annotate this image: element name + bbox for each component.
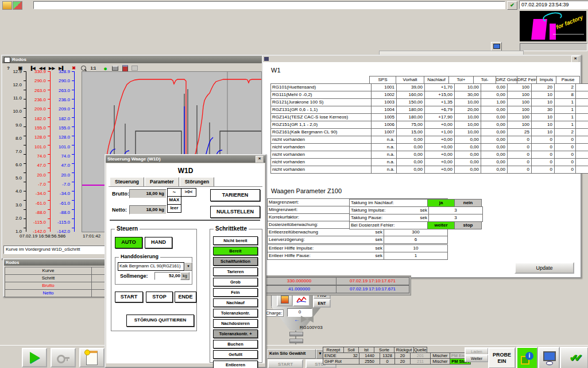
material-impuls: 1 bbox=[554, 98, 576, 106]
axis-tick-label: 4.0 bbox=[6, 189, 22, 194]
material-vorhalt: 15,00 bbox=[396, 128, 425, 136]
tarieren-button[interactable]: TARIEREN bbox=[210, 189, 260, 201]
w1-heading: W1 bbox=[271, 67, 281, 74]
material-pause: 0 bbox=[575, 136, 588, 144]
taktung-ja-button[interactable]: ja bbox=[427, 199, 455, 207]
axis-tick-label: 328.9 bbox=[52, 69, 70, 74]
materials-column-header: DRZ Fein bbox=[517, 76, 537, 84]
confirm-check-icon[interactable]: ✔ bbox=[507, 1, 517, 10]
axis-tick-label: 155.0 bbox=[52, 125, 70, 131]
schrittkette-step[interactable]: Fein bbox=[213, 288, 258, 297]
material-row[interactable]: RG121(Jurakrone 100 S) 1003 150,00 +1,35… bbox=[271, 98, 588, 106]
w1-titlebar[interactable]: × bbox=[263, 56, 581, 62]
materials-column-header: SPS bbox=[369, 76, 396, 84]
rezept-rueckgut: 211 bbox=[410, 358, 431, 365]
material-impuls: 8 bbox=[554, 91, 576, 99]
schrittkette-step[interactable]: Tarieren bbox=[213, 267, 258, 276]
material-row[interactable]: nicht vorhanden n.a. 0,00 +0,00 0,00 0,0… bbox=[271, 143, 588, 151]
axis-tick-label: -61.0 bbox=[52, 201, 70, 206]
monitor-mini-icon[interactable] bbox=[491, 42, 502, 51]
sollmenge-value[interactable]: 52,00 bbox=[154, 272, 182, 280]
material-row[interactable]: RG101(Huettensand) 1001 39,00 +1,70 10,0… bbox=[271, 83, 588, 91]
material-nachlauf: +6,79 bbox=[424, 106, 455, 114]
material-row[interactable]: nicht vorhanden n.a. 0,00 +0,00 0,00 0,0… bbox=[271, 166, 588, 174]
material-row[interactable]: nicht vorhanden n.a. 0,00 +0,00 0,00 0,0… bbox=[271, 158, 588, 166]
fehler-stop-button[interactable]: stop bbox=[454, 221, 482, 229]
param-label-cell: Leerverzögerung: sek bbox=[267, 236, 384, 244]
w1d-tab[interactable]: Parameter bbox=[145, 177, 179, 187]
axis-blue-line bbox=[72, 71, 75, 232]
schrittkette-step[interactable]: Toleranzkontr. bbox=[213, 309, 258, 317]
app-icon[interactable] bbox=[2, 1, 12, 10]
start-button[interactable]: START bbox=[115, 292, 143, 302]
taktung-impulse-value[interactable]: 3 bbox=[428, 206, 483, 214]
material-dropdown[interactable]: Kalk Bergmann CL 90(RGZ161) ▼ bbox=[118, 262, 192, 271]
material-row[interactable]: nicht vorhanden n.a. 0,00 +0,00 0,00 0,0… bbox=[271, 136, 588, 144]
schrittkette-step[interactable]: Nicht bereit bbox=[213, 236, 258, 245]
key-button[interactable] bbox=[51, 348, 76, 367]
material-row[interactable]: RGZ131(GR 0,6 - 1,1) 1004 180,00 +6,79 2… bbox=[271, 106, 588, 114]
taktung-pause-value[interactable]: 3 bbox=[428, 214, 483, 222]
material-row[interactable]: RGZ141(TESZ CAC-S lose Kerneos) 1005 180… bbox=[271, 113, 588, 121]
nullstellen-button[interactable]: NULLSTELLEN bbox=[210, 206, 260, 218]
w1d-tab[interactable]: Steuerung bbox=[110, 177, 144, 187]
w1d-titlebar[interactable]: Steuerung Waage (W1D) × bbox=[106, 155, 265, 163]
schrittkette-step[interactable]: Toleranzkontr. + bbox=[213, 329, 258, 338]
rezept-row[interactable]: GHP Rot 2550 0 20 211 Mischer PM Start bbox=[323, 359, 471, 365]
material-sps: 1005 bbox=[371, 113, 397, 121]
w1-close-button[interactable]: × bbox=[571, 56, 579, 63]
schrittkette-step[interactable]: Nachdosieren bbox=[213, 319, 258, 328]
schrittkette-step[interactable]: Gefullt bbox=[213, 350, 258, 359]
silo-start-button[interactable]: START bbox=[268, 359, 303, 368]
current-value: 330.000000 bbox=[262, 277, 336, 285]
material-nachlauf: +0,00 bbox=[424, 136, 455, 144]
journal-button[interactable] bbox=[79, 348, 105, 367]
ent-button[interactable]: ENT bbox=[313, 299, 331, 308]
axis-tick-label: -61.0 bbox=[28, 201, 46, 206]
info-button[interactable]: i bbox=[516, 347, 538, 368]
probe-ein-button[interactable]: PROBE EIN bbox=[488, 347, 516, 368]
param-value[interactable]: 6 bbox=[384, 236, 448, 244]
schrittkette-step[interactable]: Schaltfunktion bbox=[213, 257, 258, 266]
w1d-close-button[interactable]: × bbox=[256, 156, 264, 163]
w1d-tab[interactable]: Störungen bbox=[180, 177, 215, 187]
schrittkette-step[interactable]: Grob bbox=[213, 278, 258, 286]
max-button[interactable]: MAX bbox=[167, 196, 181, 205]
run-button[interactable] bbox=[22, 348, 47, 367]
material-row[interactable]: nicht vorhanden n.a. 0,00 +0,00 0,00 0,0… bbox=[271, 151, 588, 159]
hand-button[interactable]: HAND bbox=[145, 237, 172, 248]
schrittkette-step[interactable]: Bereit bbox=[213, 247, 258, 255]
auto-button[interactable]: AUTO bbox=[115, 237, 142, 248]
taktung-nein-button[interactable]: nein bbox=[454, 199, 482, 207]
alarm-recycle-icon[interactable] bbox=[13, 1, 22, 10]
material-row[interactable]: RG111(Mehl 0 -0,2) 1002 160,00 +15,00 30… bbox=[271, 91, 588, 99]
stoerung-quittieren-button[interactable]: STÖRUNG QUITTIEREN bbox=[126, 315, 194, 327]
schrittkette-step[interactable]: Entleeren bbox=[213, 361, 258, 368]
param-value[interactable]: 10 bbox=[384, 244, 448, 252]
param-value[interactable]: 1 bbox=[384, 252, 448, 260]
netto-label: Netto: bbox=[112, 207, 127, 213]
rodos-titlebar[interactable]: Rodos bbox=[2, 56, 262, 63]
update-button[interactable]: Update bbox=[514, 262, 574, 274]
weiter-button[interactable]: Weiter bbox=[465, 354, 489, 362]
valve-left[interactable] bbox=[301, 316, 307, 323]
monitor-button[interactable] bbox=[538, 347, 560, 368]
material-name: nicht vorhanden bbox=[270, 143, 372, 151]
ende-button[interactable]: ENDE bbox=[175, 292, 196, 302]
tilde-button[interactable]: ~ bbox=[167, 188, 181, 197]
silo-select[interactable]: Kein Silo Gewählt ▼ bbox=[267, 349, 324, 359]
stop-button[interactable]: STOP bbox=[146, 292, 173, 302]
zero-button[interactable]: >0< bbox=[181, 188, 196, 197]
valve-right[interactable] bbox=[307, 316, 314, 323]
done-button[interactable]: ✔✔ bbox=[560, 347, 588, 368]
axis-tick-label: 10.0 bbox=[6, 109, 22, 114]
taktung-pause-label: Taktung Pause: bbox=[351, 214, 382, 221]
param-value[interactable]: 300 bbox=[384, 228, 448, 236]
material-row[interactable]: RGZ161(Kalk Bergmann CL 90) 1007 15,00 +… bbox=[271, 128, 588, 136]
message-input[interactable] bbox=[33, 1, 505, 9]
schrittkette-step[interactable]: Nachlauf bbox=[213, 298, 258, 307]
schrittkette-step[interactable]: Buchen bbox=[213, 340, 258, 348]
leer-button[interactable]: leer bbox=[167, 204, 181, 213]
material-row[interactable]: RGZ151(GR 1,1 - 2,0) 1006 75,00 +0,00 10… bbox=[271, 121, 588, 129]
fehler-weiter-button[interactable]: weiter bbox=[427, 221, 455, 229]
